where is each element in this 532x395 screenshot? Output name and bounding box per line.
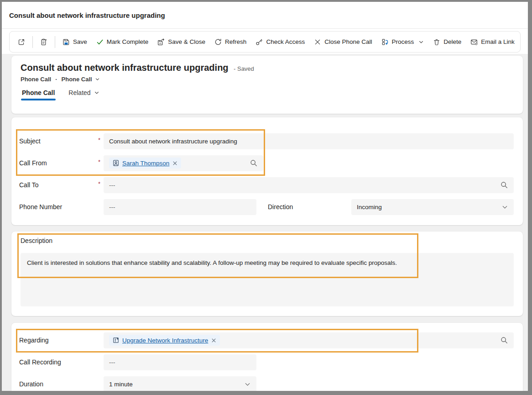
regarding-record-icon	[112, 337, 120, 344]
check-access-button[interactable]: Check Access	[251, 35, 309, 49]
required-spacer	[98, 383, 104, 385]
search-icon[interactable]	[500, 181, 508, 189]
x-icon	[314, 38, 321, 46]
process-flow-icon	[381, 38, 389, 46]
subject-input[interactable]: Consult about network infrastructure upg…	[104, 133, 514, 149]
mark-complete-button[interactable]: Mark Complete	[92, 35, 153, 49]
description-value: Client is interested in solutions that e…	[27, 259, 397, 266]
save-button[interactable]: Save	[58, 35, 92, 49]
save-and-close-button[interactable]: Save & Close	[153, 35, 210, 49]
call-recording-value: ---	[109, 359, 115, 366]
toolbar-button-label: Process	[392, 38, 414, 45]
required-asterisk: *	[98, 158, 104, 168]
required-spacer	[98, 206, 104, 208]
chip-remove-icon[interactable]	[211, 337, 217, 343]
field-row-phone-direction: Phone Number --- Direction Incoming	[11, 196, 523, 218]
chip-remove-icon[interactable]	[172, 160, 178, 166]
refresh-button[interactable]: Refresh	[210, 35, 251, 49]
form-selector[interactable]: Phone Call	[62, 76, 100, 83]
search-icon[interactable]	[250, 159, 258, 167]
close-phone-call-button[interactable]: Close Phone Call	[309, 35, 376, 49]
description-textarea[interactable]: Client is interested in solutions that e…	[21, 253, 514, 306]
clipboard-sparkle-icon	[40, 38, 47, 46]
save-close-icon	[157, 38, 165, 46]
call-recording-input[interactable]: ---	[104, 354, 256, 370]
field-row-call-recording: Call Recording ---	[11, 351, 523, 373]
record-title: Consult about network infrastructure upg…	[21, 63, 229, 73]
regarding-lookup[interactable]: Upgrade Network Infrastructure	[104, 332, 514, 348]
regarding-chip[interactable]: Upgrade Network Infrastructure	[109, 335, 220, 346]
refresh-icon	[214, 38, 222, 46]
popout-button[interactable]	[13, 35, 30, 49]
call-to-label: Call To	[19, 181, 98, 189]
required-asterisk: *	[98, 137, 104, 146]
chevron-down-icon[interactable]	[501, 204, 508, 211]
call-details-card: Subject * Consult about network infrastr…	[11, 117, 523, 225]
record-header-card: Consult about network infrastructure upg…	[11, 56, 523, 114]
record-subtitle: Phone Call · Phone Call	[21, 76, 514, 83]
required-spacer	[98, 361, 104, 363]
chevron-down-icon	[418, 39, 424, 45]
checkmark-icon	[96, 38, 104, 46]
chevron-down-icon	[94, 90, 99, 95]
subject-value: Consult about network infrastructure upg…	[109, 138, 237, 145]
field-row-duration: Duration 1 minute	[11, 373, 523, 391]
toolbar-button-label: Delete	[443, 38, 461, 45]
regarding-label: Regarding	[19, 337, 98, 344]
related-details-card: Regarding Upgrade Network Infrastructure…	[11, 323, 523, 391]
direction-value: Incoming	[357, 204, 382, 211]
tab-phone-call[interactable]: Phone Call	[21, 89, 56, 103]
duration-select[interactable]: 1 minute	[104, 376, 256, 391]
field-row-subject: Subject * Consult about network infrastr…	[11, 130, 523, 152]
phone-number-input[interactable]: ---	[104, 199, 256, 215]
chevron-down-icon[interactable]	[244, 381, 251, 388]
trash-icon	[433, 38, 440, 46]
toolbar-button-label: Close Phone Call	[324, 38, 372, 45]
phone-number-label: Phone Number	[19, 203, 98, 211]
toolbar-button-label: Check Access	[266, 38, 305, 45]
direction-label: Direction	[268, 203, 351, 211]
call-to-value: ---	[109, 182, 115, 189]
title-bar: Consult about network infrastructure upg…	[2, 2, 528, 29]
toolbar-button-label: Save	[73, 38, 87, 45]
call-from-chip[interactable]: Sarah Thompson	[109, 158, 181, 169]
chevron-down-icon	[95, 77, 100, 82]
call-from-record-link[interactable]: Sarah Thompson	[122, 160, 169, 167]
toolbar-button-label: Email a Link	[481, 38, 515, 45]
tab-bar: Phone Call Related	[21, 89, 514, 103]
field-row-regarding: Regarding Upgrade Network Infrastructure	[11, 329, 523, 351]
description-label: Description	[21, 237, 514, 244]
delete-button[interactable]: Delete	[428, 35, 466, 49]
required-asterisk: *	[98, 180, 104, 190]
contact-badge-icon	[112, 159, 120, 167]
active-tab-underline	[21, 99, 56, 100]
window-frame: Consult about network infrastructure upg…	[0, 0, 532, 395]
regarding-record-link[interactable]: Upgrade Network Infrastructure	[122, 337, 208, 344]
field-row-call-from: Call From * Sarah Thompson	[11, 152, 523, 174]
email-link-icon	[470, 38, 478, 46]
toolbar-divider	[32, 36, 33, 48]
field-row-call-to: Call To * ---	[11, 174, 523, 196]
direction-select[interactable]: Incoming	[351, 199, 514, 215]
duration-label: Duration	[19, 380, 98, 388]
call-from-lookup[interactable]: Sarah Thompson	[104, 155, 263, 171]
key-icon	[256, 38, 263, 46]
search-icon[interactable]	[500, 336, 508, 344]
save-icon	[63, 38, 70, 46]
toolbar-strip: Save Mark Complete Save & Close Refresh	[2, 29, 528, 54]
toolbar-button-label: Save & Close	[168, 38, 205, 45]
tab-label: Related	[68, 89, 90, 96]
entity-type-label: Phone Call	[21, 76, 51, 83]
form-fill-assist-button[interactable]	[36, 35, 52, 49]
toolbar-button-label: Mark Complete	[107, 38, 149, 45]
toolbar-divider	[55, 36, 55, 48]
call-to-lookup[interactable]: ---	[104, 177, 514, 193]
tab-related[interactable]: Related	[67, 89, 100, 103]
separator-dot: ·	[55, 76, 57, 83]
process-button[interactable]: Process	[377, 35, 429, 49]
save-status: - Saved	[234, 65, 254, 72]
form-selector-label: Phone Call	[62, 76, 92, 83]
email-a-link-button[interactable]: Email a Link	[466, 35, 519, 49]
duration-value: 1 minute	[109, 381, 133, 388]
call-recording-label: Call Recording	[19, 358, 98, 366]
